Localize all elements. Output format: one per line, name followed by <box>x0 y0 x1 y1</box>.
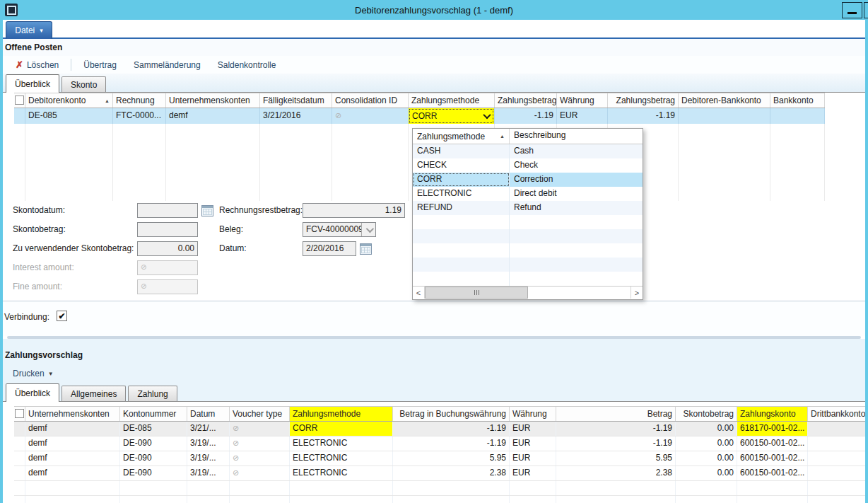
col-waehrung[interactable]: Währung <box>510 407 556 421</box>
list-item[interactable]: CHECK Check <box>413 158 643 173</box>
cell-skontobetrag: 0.00 <box>676 436 737 451</box>
minimize-icon <box>848 12 857 14</box>
skontobetrag-field[interactable] <box>137 222 198 237</box>
null-icon: ⊘ <box>335 111 341 120</box>
col-consolidation-id[interactable]: Consolidation ID <box>332 93 409 108</box>
col-zahlungsbetrag-2[interactable]: Zahlungsbetrag <box>608 93 679 108</box>
col-datum[interactable]: Datum <box>187 407 230 421</box>
cell-waehrung: EUR <box>557 108 608 124</box>
uebertrag-button[interactable]: Übertrag <box>75 60 125 70</box>
select-all-checkbox[interactable] <box>15 409 24 418</box>
sort-asc-icon: ▲ <box>500 134 505 139</box>
empty-list-row <box>413 258 643 272</box>
cell-zahlungsmethode-highlighted: CORR <box>290 422 393 436</box>
tab-ueberblick-bottom[interactable]: Überblick <box>6 383 59 402</box>
cell-zahlungsbetrag-2: -1.19 <box>608 108 679 124</box>
col-faelligkeitsdatum[interactable]: Fälligkeitsdatum <box>260 93 332 108</box>
rechnungsrestbetrag-label: Rechnungsrestbetrag: <box>219 203 303 218</box>
window-border-right <box>865 20 868 503</box>
tab-ueberblick-top[interactable]: Überblick <box>6 74 59 93</box>
col-zahlungsmethode[interactable]: Zahlungsmethode ▲ <box>413 129 510 144</box>
col-unternehmenskonten[interactable]: Unternehmenskonten <box>25 407 120 421</box>
cell-datum: 3/19/... <box>187 451 230 466</box>
cell-kontonummer: DE-090 <box>120 451 187 466</box>
col-waehrung[interactable]: Währung <box>557 93 608 108</box>
sammelaenderung-button[interactable]: Sammeländerung <box>125 60 209 70</box>
col-skontobetrag[interactable]: Skontobetrag <box>676 407 737 421</box>
toolbar-separator <box>71 59 71 71</box>
col-debitoren-bankkonto[interactable]: Debitoren-Bankkonto <box>679 93 770 108</box>
minimize-button[interactable] <box>842 2 862 18</box>
null-icon: ⊘ <box>233 468 239 477</box>
col-beschreibung[interactable]: Beschreibung <box>510 129 643 144</box>
cell-betrag-buchungswaehrung: 5.95 <box>393 451 510 466</box>
col-drittbankkonto[interactable]: Drittbankkonto <box>808 407 865 421</box>
skontodatum-field[interactable] <box>137 203 198 218</box>
table-row[interactable]: demf DE-090 3/19/... ⊘ ELECTRONIC -1.19 … <box>14 436 865 451</box>
beleg-combo[interactable]: FCV-40000009 <box>303 222 376 237</box>
row-select-cell[interactable] <box>14 108 25 124</box>
select-all-cell[interactable] <box>14 93 25 108</box>
col-rechnung[interactable]: Rechnung <box>113 93 166 108</box>
sort-asc-icon: ▲ <box>105 98 110 103</box>
datei-menu-button[interactable]: Datei ▾ <box>6 21 52 39</box>
tab-zahlung[interactable]: Zahlung <box>128 386 177 401</box>
dropdown-button[interactable] <box>481 110 493 122</box>
cell-faelligkeitsdatum: 3/21/2016 <box>260 108 332 124</box>
datum-field[interactable]: 2/20/2016 <box>303 241 356 256</box>
list-item[interactable]: ELECTRONIC Direct debit <box>413 187 643 201</box>
col-unternehmenskonten[interactable]: Unternehmenskonten <box>166 93 260 108</box>
col-zahlungsbetrag-1[interactable]: Zahlungsbetrag <box>495 93 557 108</box>
loeschen-button[interactable]: ✗ Löschen <box>7 60 67 70</box>
horizontal-scrollbar[interactable]: < > <box>413 286 643 299</box>
scrollbar-thumb[interactable] <box>425 287 528 299</box>
titlebar: Debitorenzahlungsvorschlag (1 - demf) <box>0 0 868 20</box>
zahlungsmethode-editor[interactable]: CORR <box>409 108 494 124</box>
select-all-cell[interactable] <box>14 407 25 421</box>
cell-waehrung: EUR <box>510 422 556 436</box>
offene-posten-toolbar: ✗ Löschen Übertrag Sammeländerung Salden… <box>3 56 865 74</box>
saldenkontrolle-button[interactable]: Saldenkontrolle <box>209 60 285 70</box>
zu-verwendender-skontobetrag-field[interactable]: 0.00 <box>137 241 198 256</box>
tab-skonto[interactable]: Skonto <box>61 76 106 92</box>
list-item[interactable]: CASH Cash <box>413 144 643 158</box>
cell-zahlungskonto-highlighted: 618170-001-02... <box>737 422 808 436</box>
scroll-right-button[interactable]: > <box>631 287 643 299</box>
cell-betrag: 2.38 <box>556 466 676 480</box>
calendar-icon[interactable] <box>201 205 213 216</box>
list-item[interactable]: REFUND Refund <box>413 201 643 215</box>
offene-posten-tabstrip: Überblick Skonto <box>3 74 865 93</box>
empty-list-row <box>413 243 643 258</box>
cell-voucher-type: ⊘ <box>230 466 290 480</box>
table-row[interactable]: demf DE-090 3/19/... ⊘ ELECTRONIC 2.38 E… <box>14 466 865 481</box>
drucken-button[interactable]: Drucken ▼ <box>13 369 54 378</box>
verbindung-checkbox[interactable]: ✔ <box>57 311 67 321</box>
table-row[interactable]: DE-085 FTC-0000... demf 3/21/2016 ⊘ CORR… <box>14 108 825 124</box>
empty-list-row <box>413 229 643 243</box>
col-zahlungsmethode[interactable]: Zahlungsmethode <box>409 93 495 108</box>
grid-header-row: Debitorenkonto ▲ Rechnung Unternehmensko… <box>14 93 825 108</box>
window-button-partial[interactable] <box>864 2 868 18</box>
col-zahlungsmethode-highlighted[interactable]: Zahlungsmethode <box>290 407 393 421</box>
col-betrag[interactable]: Betrag <box>556 407 676 421</box>
tab-allgemeines[interactable]: Allgemeines <box>61 386 126 401</box>
table-row[interactable]: demf DE-085 3/21/... ⊘ CORR -1.19 EUR -1… <box>14 422 865 436</box>
cell-kontonummer: DE-090 <box>120 466 187 480</box>
zahlungsvorschlag-grid: Unternehmenskonten Kontonummer Datum Vou… <box>3 402 865 503</box>
grid-header-row: Unternehmenskonten Kontonummer Datum Vou… <box>14 406 865 422</box>
calendar-icon[interactable] <box>360 243 372 255</box>
col-kontonummer[interactable]: Kontonummer <box>120 407 187 421</box>
cell-zahlungsbetrag-1: -1.19 <box>495 108 557 124</box>
col-voucher-type[interactable]: Voucher type <box>230 407 290 421</box>
table-row[interactable]: demf DE-090 3/19/... ⊘ ELECTRONIC 5.95 E… <box>14 451 865 466</box>
scroll-left-button[interactable]: < <box>413 287 425 299</box>
col-debitorenkonto[interactable]: Debitorenkonto ▲ <box>25 93 113 108</box>
col-betrag-buchungswaehrung[interactable]: Betrag in Buchungswährung <box>393 407 510 421</box>
list-item-selected[interactable]: CORR Correction <box>413 173 643 187</box>
select-all-checkbox[interactable] <box>15 96 24 105</box>
col-zahlungskonto-highlighted[interactable]: Zahlungskonto <box>737 407 808 421</box>
grid-empty-row <box>14 481 865 496</box>
zahlungsmethode-value: CORR <box>409 111 481 121</box>
col-bankkonto[interactable]: Bankkonto <box>770 93 825 108</box>
beleg-dropdown-button[interactable] <box>361 223 375 236</box>
